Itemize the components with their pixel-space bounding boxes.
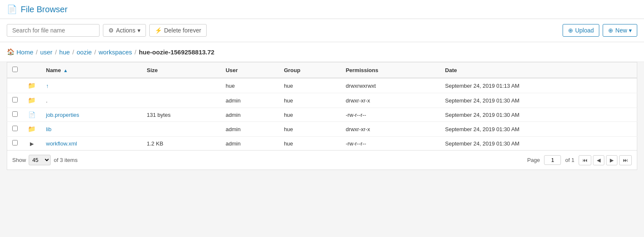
new-label: New ▾: [615, 27, 632, 34]
th-name[interactable]: Name ▲: [41, 62, 142, 78]
upload-icon: ⊕: [568, 27, 573, 34]
cell-size: 1.2 KB: [142, 137, 221, 151]
cell-user: hue: [221, 78, 279, 93]
cell-user: admin: [221, 137, 279, 151]
folder-icon: 📁: [28, 82, 36, 89]
th-select-all: [7, 62, 23, 78]
row-checkbox[interactable]: [12, 126, 18, 131]
cell-permissions: drwxr-xr-x: [341, 122, 440, 137]
th-size: Size: [142, 62, 221, 78]
header-bar: 📄 File Browser: [0, 0, 644, 19]
show-select[interactable]: 45 10 25 100: [29, 155, 51, 165]
cell-date: September 24, 2019 01:30 AM: [440, 137, 637, 151]
table-row: 📁.adminhuedrwxr-xr-xSeptember 24, 2019 0…: [7, 93, 637, 108]
breadcrumb-sep-2: /: [55, 48, 57, 56]
file-icon: 📄: [28, 111, 35, 118]
breadcrumb: 🏠 Home / user / hue / oozie / workspaces…: [0, 42, 644, 62]
breadcrumb-current: hue-oozie-1569258813.72: [139, 48, 214, 56]
breadcrumb-workspaces[interactable]: workspaces: [99, 48, 132, 56]
table-row: 📁↑huehuedrwxrwxrwxtSeptember 24, 2019 01…: [7, 78, 637, 93]
breadcrumb-oozie[interactable]: oozie: [77, 48, 92, 56]
cell-size: [142, 93, 221, 108]
cell-permissions: drwxr-xr-x: [341, 93, 440, 108]
table-row: 📄job.properties131 bytesadminhue-rw-r--r…: [7, 108, 637, 122]
cell-permissions: -rw-r--r--: [341, 108, 440, 122]
last-page-button[interactable]: ⏭: [619, 155, 632, 165]
cell-group: hue: [279, 78, 341, 93]
file-name-link[interactable]: job.properties: [46, 112, 79, 118]
th-group: Group: [279, 62, 341, 78]
delete-forever-button[interactable]: ⚡ Delete forever: [149, 24, 207, 37]
select-all-checkbox[interactable]: [12, 67, 18, 72]
cell-size: 131 bytes: [142, 108, 221, 122]
page-nav: Page of 1 ⏮ ◀ ▶ ⏭: [527, 155, 632, 165]
row-checkbox[interactable]: [12, 140, 18, 145]
file-name-link[interactable]: lib: [46, 126, 51, 132]
cell-date: September 24, 2019 01:30 AM: [440, 122, 637, 137]
next-page-button[interactable]: ▶: [606, 155, 617, 165]
table-body: 📁↑huehuedrwxrwxrwxtSeptember 24, 2019 01…: [7, 78, 637, 151]
cell-user: admin: [221, 122, 279, 137]
cell-user: admin: [221, 108, 279, 122]
row-checkbox[interactable]: [12, 111, 18, 117]
breadcrumb-hue[interactable]: hue: [59, 48, 70, 56]
items-count: of 3 items: [54, 157, 78, 163]
sort-arrow-icon: ▲: [63, 68, 68, 73]
table-row: ▶workflow.xml1.2 KBadminhue-rw-r--r--Sep…: [7, 137, 637, 151]
th-icon: [23, 62, 41, 78]
actions-label: Actions: [116, 27, 135, 34]
cell-permissions: -rw-r--r--: [341, 137, 440, 151]
file-table: Name ▲ Size User Group Permissions Date …: [7, 62, 637, 151]
breadcrumb-sep-1: /: [36, 48, 38, 56]
app-icon: 📄: [7, 4, 17, 14]
table-header: Name ▲ Size User Group Permissions Date: [7, 62, 637, 78]
cell-user: admin: [221, 93, 279, 108]
delete-label: Delete forever: [164, 27, 201, 34]
play-icon: ▶: [30, 141, 34, 147]
breadcrumb-user[interactable]: user: [40, 48, 52, 56]
th-user: User: [221, 62, 279, 78]
toolbar: ⚙ Actions ▾ ⚡ Delete forever ⊕ Upload ⊕ …: [0, 19, 644, 42]
folder-icon: 📁: [28, 97, 36, 104]
cell-date: September 24, 2019 01:30 AM: [440, 93, 637, 108]
breadcrumb-sep-5: /: [135, 48, 136, 56]
cell-group: hue: [279, 137, 341, 151]
cell-group: hue: [279, 108, 341, 122]
actions-button[interactable]: ⚙ Actions ▾: [103, 24, 146, 37]
plus-icon: ⊕: [608, 27, 613, 34]
prev-page-button[interactable]: ◀: [593, 155, 604, 165]
first-page-button[interactable]: ⏮: [579, 155, 591, 165]
col-name-label: Name: [46, 67, 61, 73]
th-permissions: Permissions: [341, 62, 440, 78]
file-name: .: [46, 97, 48, 104]
th-date: Date: [440, 62, 637, 78]
cell-size: [142, 122, 221, 137]
search-input[interactable]: [7, 24, 100, 37]
upload-label: Upload: [575, 27, 594, 34]
breadcrumb-home[interactable]: Home: [16, 48, 33, 56]
cell-group: hue: [279, 93, 341, 108]
app-title: File Browser: [21, 5, 67, 14]
upload-button[interactable]: ⊕ Upload: [563, 24, 599, 37]
page-input[interactable]: [544, 155, 561, 165]
pagination-bar: Show 45 10 25 100 of 3 items Page of 1 ⏮…: [7, 151, 637, 170]
breadcrumb-sep-3: /: [73, 48, 74, 56]
folder-icon: 📁: [28, 125, 36, 132]
cell-group: hue: [279, 122, 341, 137]
actions-chevron-icon: ▾: [137, 27, 140, 34]
lightning-icon: ⚡: [155, 27, 162, 34]
new-button[interactable]: ⊕ New ▾: [603, 24, 637, 37]
cell-permissions: drwxrwxrwxt: [341, 78, 440, 93]
cell-date: September 24, 2019 01:13 AM: [440, 78, 637, 93]
cell-size: [142, 78, 221, 93]
main-content: Name ▲ Size User Group Permissions Date …: [0, 62, 644, 177]
page-label: Page: [527, 157, 540, 163]
page-total: of 1: [565, 157, 574, 163]
file-name-link[interactable]: ↑: [46, 83, 49, 89]
row-checkbox[interactable]: [12, 97, 18, 102]
file-name-link[interactable]: workflow.xml: [46, 140, 77, 147]
show-label: Show: [12, 157, 26, 163]
cell-date: September 24, 2019 01:30 AM: [440, 108, 637, 122]
breadcrumb-sep-4: /: [94, 48, 96, 56]
gear-icon: ⚙: [108, 27, 114, 34]
